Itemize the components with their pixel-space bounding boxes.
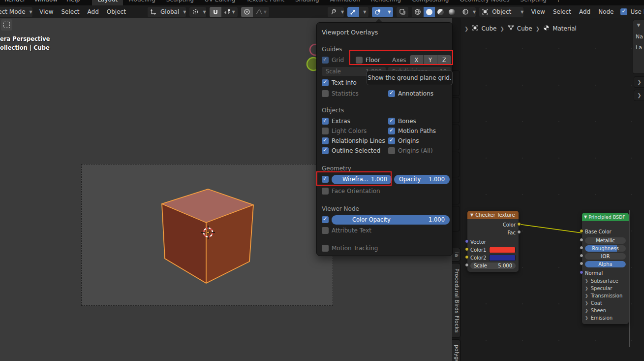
workspace-tab-animation[interactable]: Animation [325, 0, 366, 5]
sidebar-tab[interactable] [453, 98, 460, 123]
show-gizmo-toggle[interactable] [347, 7, 359, 17]
shading-rendered-button[interactable] [446, 7, 458, 17]
sidebar-tab[interactable] [453, 206, 460, 231]
socket-color2-input[interactable] [465, 255, 469, 259]
origins-all-checkbox[interactable] [388, 147, 395, 154]
sidebar-tab-polygo[interactable]: polygo [452, 339, 460, 361]
viewport-menu-select[interactable]: Select [57, 8, 83, 15]
snap-target-dropdown[interactable]: ▼ [221, 7, 238, 17]
shading-wireframe-button[interactable] [412, 7, 424, 17]
cube-object[interactable] [162, 189, 253, 283]
color2-swatch[interactable] [489, 255, 516, 261]
grid-checkbox[interactable] [322, 57, 329, 64]
gizmos-dropdown[interactable]: ▼ [328, 7, 344, 17]
show-overlays-toggle[interactable] [372, 7, 384, 17]
viewport-menu-view[interactable]: View [35, 8, 57, 15]
motion-paths-checkbox[interactable] [388, 128, 395, 134]
workspace-tab-shading[interactable]: Shading [290, 0, 325, 5]
sidebar-tab[interactable] [453, 70, 460, 96]
socket-alpha-input[interactable] [580, 262, 583, 265]
alpha-slider[interactable]: Alpha [585, 261, 626, 267]
sidebar-tab[interactable] [453, 152, 460, 177]
node-menu-select[interactable]: Select [549, 8, 575, 15]
shader-type-dropdown[interactable]: Object ▼ [479, 7, 523, 17]
statistics-checkbox[interactable] [322, 90, 329, 97]
menu-window[interactable]: Window [30, 0, 62, 5]
bones-checkbox[interactable] [388, 118, 395, 125]
attribute-text-checkbox[interactable] [322, 227, 329, 234]
proportional-edit-toggle[interactable] [241, 7, 253, 17]
node-menu-view[interactable]: View [527, 8, 549, 15]
opacity-slider[interactable]: Opacity 1.000 [394, 175, 450, 184]
add-workspace-button[interactable]: + [552, 0, 565, 3]
workspace-tab-texture-paint[interactable]: Texture Paint [241, 0, 289, 5]
color1-swatch[interactable] [489, 247, 516, 253]
text-info-checkbox[interactable] [322, 79, 329, 86]
workspace-tab-geometry-nodes[interactable]: Geometry Nodes [454, 0, 515, 5]
socket-base-color-input[interactable] [580, 229, 583, 233]
workspace-tab-sculpting[interactable]: Sculpting [161, 0, 199, 5]
bsdf-node-header[interactable]: ▼ Principled BSDF [582, 213, 629, 221]
sidebar-tab-procedural-birds-flocks[interactable]: Procedural Birds Flocks [452, 263, 460, 338]
section-coat[interactable]: ❯Coat [585, 299, 626, 306]
outline-selected-checkbox[interactable] [322, 147, 329, 154]
mode-dropdown[interactable]: ject Mode ▼ [0, 7, 32, 17]
origins-checkbox[interactable] [388, 137, 395, 144]
overlays-dropdown[interactable]: ▼ [384, 7, 393, 17]
snap-toggle[interactable] [210, 7, 221, 17]
metallic-slider[interactable]: Metallic [585, 237, 626, 244]
section-transmission[interactable]: ❯Transmission [585, 292, 626, 299]
shader-node-editor[interactable]: ❯ Cube ❯ Cube ❯ Material ▼ Checker Textu… [461, 18, 644, 361]
editor-type-dropdown[interactable]: ▼ [460, 7, 476, 17]
color-opacity-checkbox[interactable] [322, 216, 329, 223]
extras-checkbox[interactable] [322, 118, 329, 125]
viewport-menu-add[interactable]: Add [84, 8, 103, 15]
collapse-icon[interactable]: ▼ [470, 213, 473, 217]
socket-scale-input[interactable] [465, 263, 469, 267]
tool-settings-button[interactable] [1, 19, 12, 31]
principled-bsdf-node[interactable]: ▼ Principled BSDF Base Color Metallic Ro… [582, 213, 629, 324]
socket-vector-input[interactable] [465, 239, 469, 243]
workspace-tab-compositing[interactable]: Compositing [406, 0, 454, 5]
section-specular[interactable]: ❯Specular [585, 285, 626, 292]
menu-render[interactable]: Render [0, 0, 30, 5]
xray-toggle[interactable] [397, 7, 408, 17]
workspace-tab-modeling[interactable]: Modeling [123, 0, 161, 5]
section-sheen[interactable]: ❯Sheen [585, 307, 626, 314]
relationship-lines-checkbox[interactable] [322, 137, 329, 144]
section-subsurface[interactable]: ❯Subsurface [585, 277, 626, 284]
roughness-slider[interactable]: Roughness [585, 245, 626, 252]
socket-metallic-input[interactable] [580, 238, 583, 242]
scale-field[interactable]: Scale 5.000 [470, 263, 516, 269]
pivot-point-dropdown[interactable]: ▼ [189, 7, 206, 17]
sidebar-tab[interactable] [453, 125, 460, 150]
color-opacity-slider[interactable]: Color Opacity 1.000 [332, 215, 450, 225]
socket-ior-input[interactable] [580, 254, 583, 258]
shading-solid-button[interactable] [424, 7, 435, 17]
workspace-tab-layout[interactable]: Layout [92, 0, 123, 5]
face-orientation-checkbox[interactable] [322, 188, 329, 195]
shading-material-button[interactable] [435, 7, 446, 17]
socket-fac-output[interactable] [517, 230, 521, 234]
menu-help[interactable]: Help [62, 0, 84, 5]
section-emission[interactable]: ❯Emission [585, 314, 626, 321]
workspace-tab-rendering[interactable]: Rendering [366, 0, 406, 5]
workspace-tab-scripting[interactable]: Scripting [515, 0, 552, 5]
annotations-checkbox[interactable] [388, 90, 395, 97]
workspace-tab-uv-editing[interactable]: UV Editing [199, 0, 241, 5]
ior-slider[interactable]: IOR [585, 253, 626, 260]
socket-color-output[interactable] [517, 222, 521, 226]
use-nodes-checkbox[interactable] [620, 8, 627, 15]
sidebar-tab[interactable] [453, 179, 460, 204]
motion-tracking-checkbox[interactable] [322, 245, 329, 252]
viewport-menu-object[interactable]: Object [103, 8, 130, 15]
checker-texture-node[interactable]: ▼ Checker Texture Color Fac Vector Color… [467, 211, 519, 272]
socket-normal-input[interactable] [580, 270, 583, 274]
light-colors-checkbox[interactable] [322, 128, 329, 134]
node-menu-add[interactable]: Add [575, 8, 594, 15]
socket-roughness-input[interactable] [580, 246, 583, 250]
sidebar-tab-ia[interactable]: ia [452, 248, 460, 262]
gizmo-options-dropdown[interactable]: ▼ [359, 7, 368, 17]
socket-color1-input[interactable] [465, 247, 469, 251]
node-menu-node[interactable]: Node [594, 8, 617, 15]
